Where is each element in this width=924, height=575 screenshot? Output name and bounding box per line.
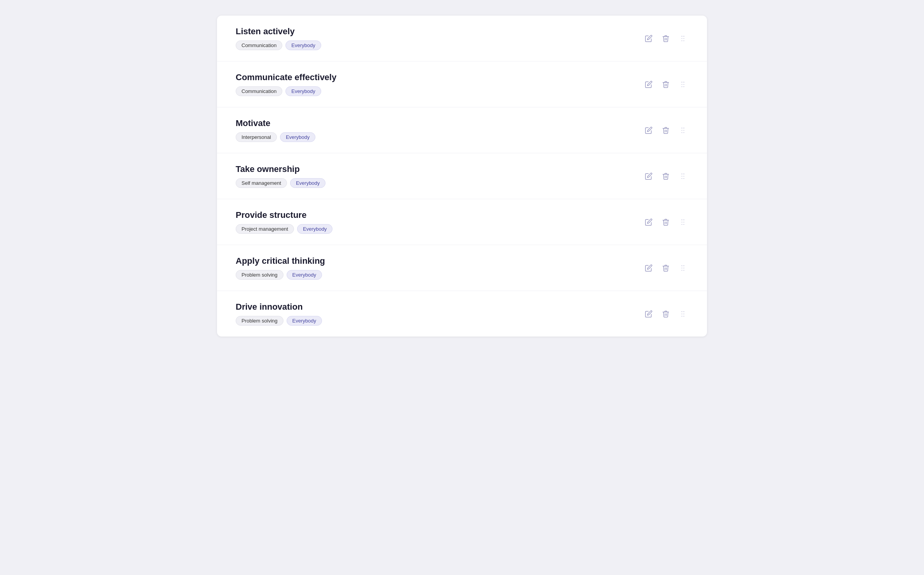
item-actions-motivate [643,125,688,136]
edit-button-provide-structure[interactable] [643,217,654,228]
svg-point-7 [684,82,684,82]
item-audience-provide-structure: Everybody [297,224,332,234]
item-row-apply-critical-thinking: Apply critical thinking Problem solving … [217,245,707,291]
item-tags-apply-critical-thinking: Problem solving Everybody [236,270,643,280]
item-audience-take-ownership: Everybody [290,178,326,188]
item-tags-drive-innovation: Problem solving Everybody [236,316,643,326]
item-content-apply-critical-thinking: Apply critical thinking Problem solving … [236,256,643,280]
item-row-communicate-effectively: Communicate effectively Communication Ev… [217,61,707,107]
item-actions-take-ownership [643,171,688,182]
item-title-communicate-effectively: Communicate effectively [236,72,643,82]
drag-button-communicate-effectively[interactable] [677,79,688,90]
item-content-communicate-effectively: Communicate effectively Communication Ev… [236,72,643,96]
delete-button-motivate[interactable] [660,125,671,136]
svg-point-13 [684,128,684,128]
item-row-drive-innovation: Drive innovation Problem solving Everybo… [217,291,707,337]
svg-point-5 [684,40,684,41]
item-tags-communicate-effectively: Communication Everybody [236,86,643,96]
item-title-take-ownership: Take ownership [236,164,643,174]
item-content-motivate: Motivate Interpersonal Everybody [236,118,643,142]
item-category-communicate-effectively: Communication [236,86,282,96]
svg-point-40 [682,316,682,317]
item-title-provide-structure: Provide structure [236,210,643,220]
svg-point-21 [684,176,684,177]
delete-button-drive-innovation[interactable] [660,309,671,319]
svg-point-33 [684,268,684,268]
item-audience-apply-critical-thinking: Everybody [287,270,322,280]
drag-button-drive-innovation[interactable] [677,309,688,319]
item-tags-motivate: Interpersonal Everybody [236,132,643,142]
item-row-motivate: Motivate Interpersonal Everybody [217,107,707,153]
svg-point-38 [682,314,682,314]
drag-button-motivate[interactable] [677,125,688,136]
svg-point-20 [682,176,682,177]
delete-button-communicate-effectively[interactable] [660,79,671,90]
item-category-apply-critical-thinking: Problem solving [236,270,284,280]
svg-point-6 [682,82,682,82]
drag-button-take-ownership[interactable] [677,171,688,182]
svg-point-2 [682,38,682,39]
item-category-drive-innovation: Problem solving [236,316,284,326]
item-tags-provide-structure: Project management Everybody [236,224,643,234]
item-title-listen-actively: Listen actively [236,26,643,37]
delete-button-listen-actively[interactable] [660,33,671,44]
svg-point-16 [682,132,682,133]
svg-point-4 [682,40,682,41]
item-content-provide-structure: Provide structure Project management Eve… [236,210,643,234]
item-content-drive-innovation: Drive innovation Problem solving Everybo… [236,302,643,326]
svg-point-39 [684,314,684,314]
item-title-apply-critical-thinking: Apply critical thinking [236,256,643,266]
svg-point-28 [682,224,682,225]
svg-point-23 [684,178,684,179]
edit-button-drive-innovation[interactable] [643,309,654,319]
item-tags-listen-actively: Communication Everybody [236,40,643,50]
edit-button-communicate-effectively[interactable] [643,79,654,90]
skills-card: Listen actively Communication Everybody [217,16,707,337]
svg-point-35 [684,270,684,271]
svg-point-24 [682,219,682,220]
svg-point-14 [682,130,682,131]
item-audience-communicate-effectively: Everybody [285,86,321,96]
edit-button-motivate[interactable] [643,125,654,136]
drag-button-listen-actively[interactable] [677,33,688,44]
svg-point-41 [684,316,684,317]
svg-point-1 [684,36,684,37]
item-tags-take-ownership: Self management Everybody [236,178,643,188]
svg-point-26 [682,222,682,223]
delete-button-provide-structure[interactable] [660,217,671,228]
item-content-listen-actively: Listen actively Communication Everybody [236,26,643,50]
svg-point-25 [684,219,684,220]
svg-point-29 [684,224,684,225]
item-content-take-ownership: Take ownership Self management Everybody [236,164,643,188]
item-row-take-ownership: Take ownership Self management Everybody [217,153,707,199]
svg-point-15 [684,130,684,131]
svg-point-19 [684,174,684,174]
item-audience-drive-innovation: Everybody [287,316,322,326]
item-actions-communicate-effectively [643,79,688,90]
svg-point-37 [684,311,684,312]
item-category-provide-structure: Project management [236,224,294,234]
drag-button-apply-critical-thinking[interactable] [677,263,688,273]
item-actions-drive-innovation [643,309,688,319]
drag-button-provide-structure[interactable] [677,217,688,228]
delete-button-take-ownership[interactable] [660,171,671,182]
item-audience-listen-actively: Everybody [285,40,321,50]
item-category-motivate: Interpersonal [236,132,277,142]
edit-button-apply-critical-thinking[interactable] [643,263,654,273]
edit-button-take-ownership[interactable] [643,171,654,182]
item-row-provide-structure: Provide structure Project management Eve… [217,199,707,245]
svg-point-27 [684,222,684,223]
svg-point-30 [682,265,682,266]
svg-point-11 [684,86,684,87]
edit-button-listen-actively[interactable] [643,33,654,44]
svg-point-12 [682,128,682,128]
item-audience-motivate: Everybody [280,132,315,142]
item-actions-listen-actively [643,33,688,44]
item-category-take-ownership: Self management [236,178,287,188]
item-title-motivate: Motivate [236,118,643,128]
svg-point-8 [682,84,682,85]
svg-point-31 [684,265,684,266]
svg-point-22 [682,178,682,179]
item-title-drive-innovation: Drive innovation [236,302,643,312]
delete-button-apply-critical-thinking[interactable] [660,263,671,273]
